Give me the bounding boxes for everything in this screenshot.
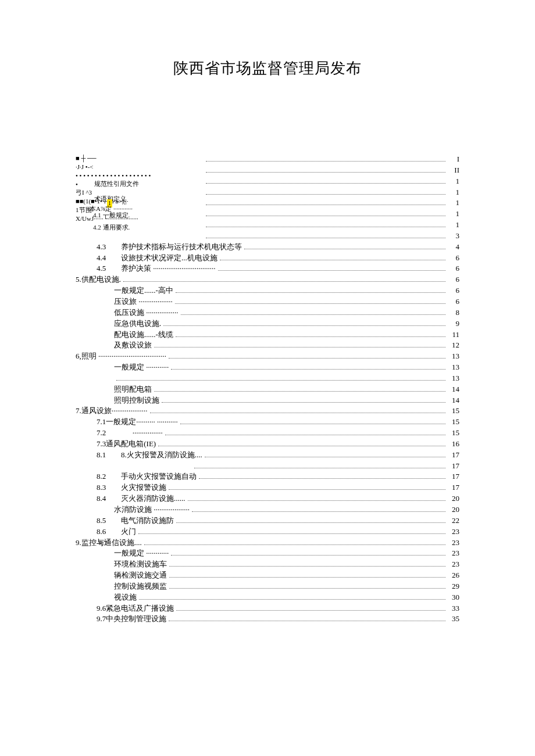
toc-leader [218,264,446,271]
toc-row: 9.7中央控制管理设施35 [76,614,459,625]
toc-page: II [448,165,459,176]
toc-page: 14 [448,395,459,406]
toc-num: 8.3 [76,482,121,493]
toc-leader [176,330,445,336]
toc-section-label: 9.监控与通信设施....8.7 [76,538,142,549]
toc-label: 4.2 通用要求. [93,223,130,232]
toc-label: 火灾报警设施 [121,482,166,493]
toc-leader [158,440,445,446]
toc-page: 17 [448,482,459,493]
toc-leader [169,483,445,490]
toc-label: 一般规定......-高中 [76,285,173,296]
toc-label: 照明配电箱 [76,384,152,395]
toc-row: 环境检测设施车23 [76,559,459,570]
toc-page: 17 [448,461,459,472]
toc-label: 8.火灾报警及消防设施.... [121,450,202,461]
toc-page: 1 [448,209,459,220]
toc-leader [138,527,445,533]
toc-leader [123,275,445,282]
toc-row: 17 [76,461,459,472]
toc-leader [144,538,445,544]
toc-leader [206,199,445,205]
toc-row: 4.4设旅技术状况评定...机电设施6 [76,253,459,264]
toc-num: 8.2 [76,471,121,482]
toc-row: 照明配电箱14 [76,384,459,395]
toc-label: 压设旅 ·················· [76,296,173,307]
toc-row: 9.监控与通信设施....8.723 [76,538,459,549]
toc-label: 一般规定 ············ [76,362,169,373]
toc-leader [192,506,445,512]
toc-row: 水消防设施 ···················20 [76,504,459,515]
toc-leader [169,615,445,621]
toc-row: 一般规定 ············13 [76,362,459,373]
toc-label: 手动火灾报警设施自动 [121,471,197,482]
toc-page: I [448,154,459,165]
toc-num-overlay: 8.7 [99,539,107,548]
toc-leader [206,177,445,183]
toc-page: 23 [448,538,459,549]
toc-page: 15 [448,428,459,439]
toc-page: 6 [448,285,459,296]
toc-row: 一般规定......-高中6 [76,285,459,296]
toc-num: 4.5 [76,263,121,274]
toc-row: 8.6火门23 [76,526,459,538]
toc-row: 低压设施 ·················8 [76,307,459,318]
toc-page: 20 [448,504,459,515]
toc-leader [188,495,446,501]
toc-row: 4.5养护决策 ································… [76,263,459,274]
toc-label: 设旅技术状况评定...机电设施 [121,253,217,264]
toc-label: 灭火器消防设施...... [121,493,186,504]
toc-page: 30 [448,592,459,603]
toc-row: 7.1一般规定·········· ···········15 [76,417,459,428]
toc-leader [169,560,445,567]
toc-row: 8.4灭火器消防设施......20 [76,493,459,504]
toc-leader [220,253,445,260]
toc-leader [163,319,445,325]
toc-page: 17 [448,471,459,482]
toc-page: 23 [448,559,459,570]
document-page: 陕西省市场监督管理局发布 ■ ┼ ── ·J·J •-< • • • • • •… [0,0,535,648]
prelude-block: ■ ┼ ── ·J·J •-< • • • • • • • • • • • • … [76,154,151,223]
toc-page: 6 [448,296,459,307]
toc-label: 火门 [121,526,136,538]
toc-label: 7.1一般规定·········· ··········· [76,417,178,428]
prelude-line: ■ ┼ ── [76,154,151,163]
toc-leader [139,593,445,599]
prelude-line: 弓I ^3 [76,188,92,197]
toc-leader [165,429,445,435]
toc-row: 辆检测设施交通26 [76,570,459,581]
toc-num: 4.3 [76,242,121,253]
prelude-line: ·J·J •-< [76,163,151,171]
toc-label: 视设施 [76,592,137,603]
toc-leader [169,582,445,589]
toc-row: 应急供电设施.9 [76,318,459,329]
toc-page: 26 [448,570,459,581]
toc-page: 13 [448,373,459,384]
toc-page: 29 [448,581,459,592]
toc-label: 环境检测设施车 [76,559,167,570]
toc-page: 23 [448,548,459,559]
toc-leader [154,341,445,347]
toc-page: 6 [448,253,459,264]
toc-leader [154,385,445,391]
toc-label: 电气消防设施防 [121,515,174,526]
prelude-line: • • • • • • • • • • • • • • • • • • • • [76,171,151,180]
toc-row: 9.6紧急电话及广播设施33 [76,603,459,614]
toc-leader [206,232,445,238]
toc-leader [244,242,445,249]
toc-row: 视设施30 [76,592,459,603]
toc-page: 13 [448,362,459,373]
toc-leader [199,472,445,479]
toc-num: 8.6 [76,526,121,538]
toc-page: 22 [448,515,459,526]
toc-section-label: 7.通风设旅··················· [76,406,148,417]
toc-label: 应急供电设施. [76,318,161,329]
toc-label: 4.1 一般规定. [93,211,130,220]
toc-row: 4.3养护技术指标与运行技术机电状态等4 [76,242,459,253]
toc-label: 一般规定 ············ [76,548,169,559]
toc-label: 及敷设设旅 [76,340,152,351]
toc-page: 3 [448,231,459,242]
toc-leader [205,450,445,457]
toc-page: 6 [448,263,459,274]
toc-page: 13 [448,351,459,362]
